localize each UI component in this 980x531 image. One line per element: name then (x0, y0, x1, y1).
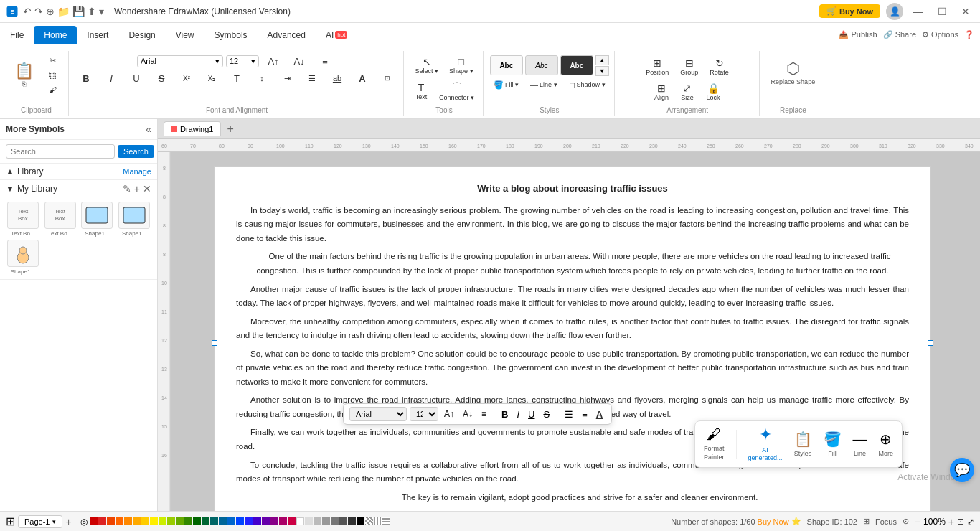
menu-view[interactable]: View (166, 26, 204, 44)
add-page-button[interactable]: + (65, 516, 71, 527)
font-color-button[interactable]: A (351, 71, 374, 86)
color-swatch[interactable] (210, 517, 218, 525)
subscript-button[interactable]: X₂ (200, 72, 223, 85)
replace-shape-button[interactable]: ⬡ Replace Shape (765, 57, 821, 89)
floating-bullet-btn[interactable]: ≡ (579, 408, 590, 421)
color-swatch[interactable] (279, 517, 287, 525)
menu-symbols[interactable]: Symbols (204, 26, 258, 44)
menu-file[interactable]: File (0, 26, 34, 44)
focus-mode[interactable]: Focus (875, 517, 897, 526)
help-button[interactable]: ❓ (964, 30, 974, 39)
color-swatch[interactable] (331, 517, 339, 525)
font-decrease-button[interactable]: A↓ (288, 54, 311, 69)
buy-now-button[interactable]: 🛒 Buy Now (819, 4, 880, 18)
add-tab-button[interactable]: + (224, 123, 236, 136)
list-item[interactable]: Shape1... (117, 202, 151, 237)
color-swatch[interactable] (107, 517, 115, 525)
color-swatch[interactable] (288, 517, 296, 525)
color-swatch[interactable] (270, 517, 278, 525)
format-painter-button[interactable]: 🖌 (41, 83, 64, 96)
export-btn[interactable]: ⬆ (88, 6, 96, 17)
font-size-selector[interactable]: 12 ▾ (226, 55, 259, 67)
line-spacing-button[interactable]: ↕ (250, 72, 273, 85)
chat-button[interactable]: 💬 (950, 458, 974, 482)
list-item[interactable]: TextBox Text Bo... (43, 202, 77, 237)
bold-button[interactable]: B (75, 71, 98, 86)
color-swatch[interactable] (202, 517, 209, 525)
styles-down-button[interactable]: ▼ (595, 66, 609, 76)
color-swatch[interactable] (382, 517, 390, 525)
color-swatch[interactable] (219, 517, 227, 525)
styles-up-button[interactable]: ▲ (595, 55, 609, 65)
more-action[interactable]: ⊕ More (879, 431, 894, 457)
color-swatch[interactable] (322, 517, 330, 525)
color-swatch[interactable] (253, 517, 261, 525)
position-button[interactable]: ⊞ Position (641, 55, 673, 78)
color-swatch[interactable] (357, 517, 364, 525)
rotate-button[interactable]: ↻ Rotate (705, 55, 733, 78)
minimize-button[interactable]: — (909, 6, 928, 17)
menu-ai[interactable]: AI hot (316, 26, 357, 44)
floating-bold-btn[interactable]: B (499, 408, 511, 421)
layers-icon[interactable]: ⊞ (863, 517, 870, 526)
floating-list-btn[interactable]: ☰ (562, 408, 576, 421)
zoom-in-button[interactable]: + (948, 516, 954, 527)
shadow-button[interactable]: ◻ Shadow ▾ (565, 78, 610, 92)
canvas-scroll[interactable]: Write a blog about increasing traffic is… (171, 152, 980, 511)
floating-color-btn[interactable]: A (593, 408, 606, 421)
color-swatch[interactable] (365, 517, 373, 525)
strikethrough-button[interactable]: S (150, 71, 173, 86)
page-indicator[interactable]: Page-1 ▾ (18, 515, 62, 528)
more-btn[interactable]: ▾ (99, 6, 104, 17)
open-btn[interactable]: 📁 (57, 6, 70, 17)
fill-action[interactable]: 🪣 Fill (824, 431, 842, 457)
color-swatch[interactable] (236, 517, 244, 525)
color-picker-icon[interactable]: ◎ (80, 517, 88, 527)
style-btn-3[interactable]: Abc (560, 55, 593, 75)
menu-home[interactable]: Home (34, 26, 77, 44)
font-increase-button[interactable]: A↑ (262, 54, 285, 69)
color-swatch[interactable] (150, 517, 158, 525)
floating-align-btn[interactable]: ≡ (479, 408, 489, 420)
color-swatch[interactable] (262, 517, 270, 525)
menu-design[interactable]: Design (118, 26, 165, 44)
font-more-button[interactable]: ⊡ (376, 72, 399, 84)
library-add-button[interactable]: + (134, 183, 140, 194)
color-swatch[interactable] (348, 517, 356, 525)
lock-button[interactable]: 🔒 Lock (702, 80, 725, 103)
fit-page-button[interactable]: ⊡ (957, 517, 964, 527)
list-item[interactable]: Shape1... (80, 202, 115, 237)
styles-action[interactable]: 📋 Styles (794, 431, 812, 457)
cut-button[interactable]: ✂ (41, 54, 64, 67)
focus-icon[interactable]: ⊙ (903, 517, 909, 526)
selection-handle-left[interactable] (212, 340, 217, 346)
select-button[interactable]: ↖ Select ▾ (410, 54, 443, 77)
superscript-button[interactable]: X² (175, 72, 198, 85)
group-button[interactable]: ⊟ Group (676, 55, 702, 78)
text-bg-button[interactable]: ab (326, 72, 349, 85)
sidebar-collapse-button[interactable]: « (146, 123, 151, 135)
new-btn[interactable]: ⊕ (46, 6, 55, 17)
close-button[interactable]: ✕ (957, 6, 974, 17)
color-swatch[interactable] (159, 517, 166, 525)
fullscreen-button[interactable]: ⤢ (967, 517, 974, 527)
buy-now-status[interactable]: Buy Now (758, 517, 789, 526)
save-btn[interactable]: 💾 (72, 6, 85, 17)
floating-font-selector[interactable]: Arial (349, 407, 407, 421)
color-swatch[interactable] (227, 517, 235, 525)
color-swatch[interactable] (296, 517, 304, 525)
undo-btn[interactable]: ↶ (23, 6, 32, 17)
floating-underline-btn[interactable]: U (525, 408, 537, 421)
color-swatch[interactable] (141, 517, 149, 525)
color-swatch[interactable] (167, 517, 175, 525)
align-button[interactable]: ⊞ Align (650, 80, 673, 103)
color-swatch[interactable] (90, 517, 98, 525)
library-label[interactable]: ▲ Library (6, 166, 44, 177)
color-swatch[interactable] (245, 517, 253, 525)
search-input[interactable] (6, 144, 115, 159)
list-style-button[interactable]: ☰ (301, 72, 324, 85)
color-swatch[interactable] (374, 517, 382, 525)
text-align-button[interactable]: ≡ (314, 54, 336, 69)
list-item[interactable]: TextBox Text Bo... (6, 202, 40, 237)
color-swatch[interactable] (124, 517, 132, 525)
